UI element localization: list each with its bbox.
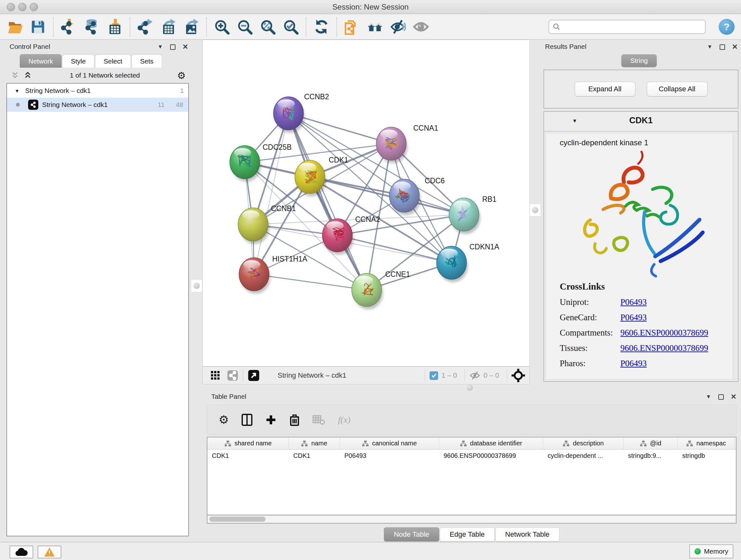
zoom-selected-button[interactable] <box>281 17 300 36</box>
node-CDK1[interactable]: CDK1 <box>295 156 348 196</box>
help-button[interactable]: ? <box>719 19 735 35</box>
network-row[interactable]: String Network – cdk1 11 48 <box>7 98 188 112</box>
results-scrollbar[interactable] <box>733 134 737 379</box>
clone-network-button[interactable] <box>343 17 361 36</box>
table-options-gear-icon[interactable]: ⚙ <box>219 413 229 427</box>
right-splitter-handle[interactable] <box>529 204 541 216</box>
float-panel-icon[interactable] <box>170 44 176 50</box>
expand-all-tree-icon[interactable] <box>10 71 20 80</box>
open-session-button[interactable] <box>6 17 24 36</box>
export-table-button[interactable] <box>159 17 178 36</box>
table-cell[interactable]: stringdb:9... <box>623 449 678 462</box>
network-collection-row[interactable]: ▼ String Network – cdk1 1 <box>7 84 188 98</box>
crosslink-link[interactable]: 9606.ENSP00000378699 <box>620 343 708 353</box>
edge-CCNB2-CCNE1[interactable] <box>288 113 367 290</box>
import-network-from-file-button[interactable] <box>59 17 78 36</box>
expand-all-button[interactable]: Expand All <box>575 82 635 97</box>
search-box[interactable] <box>549 20 705 34</box>
collapse-results-icon[interactable]: ▼ <box>707 44 713 50</box>
hide-selected-button[interactable] <box>389 17 407 36</box>
table-cell[interactable]: CDK1 <box>289 449 340 462</box>
float-results-icon[interactable] <box>720 44 725 50</box>
node-CDKN1A[interactable]: CDKN1A <box>436 243 499 282</box>
table-hscrollbar[interactable] <box>207 515 737 523</box>
search-input[interactable] <box>561 23 705 31</box>
add-column-icon[interactable] <box>265 414 277 426</box>
column-header-shared-name[interactable]: shared name <box>207 437 289 449</box>
edge-CCNB2-HIST1H1A[interactable] <box>254 113 288 274</box>
crosslink-link[interactable]: P06493 <box>620 313 647 322</box>
memory-button[interactable]: Memory <box>689 544 733 558</box>
refresh-button[interactable] <box>312 17 331 36</box>
collapse-all-button[interactable]: Collapse All <box>647 82 708 97</box>
open-navigator-icon[interactable] <box>248 369 260 381</box>
table-cell[interactable]: P06493 <box>340 449 439 462</box>
node-RB1[interactable]: RB1 <box>449 195 496 234</box>
table-hscrollbar-thumb[interactable] <box>209 516 266 522</box>
collapse-table-icon[interactable]: ▼ <box>706 394 711 400</box>
crosslink-link[interactable]: P06493 <box>620 297 647 307</box>
column-header-database-identifier[interactable]: database identifier <box>439 437 543 449</box>
export-image-button[interactable] <box>182 17 200 36</box>
node-CCNE1[interactable]: CCNE1 <box>352 270 410 309</box>
node-CDC25B[interactable]: CDC25B <box>230 143 292 182</box>
edge-CCNA2-CDKN1A[interactable] <box>337 235 452 263</box>
save-session-button[interactable] <box>29 17 47 36</box>
zoom-fit-button[interactable] <box>259 17 277 36</box>
column-header-name[interactable]: name <box>289 437 340 449</box>
close-results-icon[interactable]: ✕ <box>732 43 738 51</box>
network-options-gear-icon[interactable]: ⚙ <box>177 70 186 81</box>
apply-preferred-layout-button[interactable] <box>366 17 384 36</box>
column-header-description[interactable]: description <box>543 437 623 449</box>
grid-view-icon[interactable] <box>210 370 220 381</box>
column-header-@id[interactable]: @id <box>623 437 678 449</box>
tab-node-table[interactable]: Node Table <box>384 527 439 542</box>
import-network-from-database-button[interactable] <box>82 17 101 36</box>
close-table-icon[interactable]: ✕ <box>731 393 737 401</box>
tab-edge-table[interactable]: Edge Table <box>440 527 495 542</box>
table-cell[interactable]: stringdb <box>678 449 735 462</box>
tab-network-table[interactable]: Network Table <box>495 527 559 542</box>
node-CCNA2[interactable]: CCNA2 <box>322 215 380 255</box>
table-cell[interactable]: 9606.ENSP00000378699 <box>439 449 543 462</box>
crosslink-link[interactable]: 9606.ENSP00000378699 <box>620 328 708 338</box>
warning-status-button[interactable] <box>38 546 61 558</box>
node-CCNA1[interactable]: CCNA1 <box>376 124 438 163</box>
tab-style[interactable]: Style <box>62 54 94 68</box>
delete-column-icon[interactable] <box>289 414 300 426</box>
column-header-namespac[interactable]: namespac <box>678 437 735 449</box>
tab-select[interactable]: Select <box>95 54 131 68</box>
table-cell[interactable]: cyclin-dependent ... <box>543 449 623 462</box>
reposition-target-icon[interactable] <box>512 369 525 382</box>
show-columns-icon[interactable] <box>242 414 253 426</box>
close-panel-icon[interactable]: ✕ <box>183 43 188 51</box>
tab-string[interactable]: String <box>621 54 657 67</box>
table-row[interactable]: CDK1CDK1P064939606.ENSP00000378699cyclin… <box>207 449 736 462</box>
left-splitter-handle[interactable] <box>191 279 202 292</box>
show-all-button[interactable] <box>412 17 430 36</box>
column-header-canonical-name[interactable]: canonical name <box>340 437 439 449</box>
tree-expander-icon[interactable]: ▼ <box>15 88 19 94</box>
node-CCNB1[interactable]: CCNB1 <box>238 204 296 244</box>
node-HIST1H1A[interactable]: HIST1H1A <box>239 255 308 294</box>
collapse-panel-icon[interactable]: ▼ <box>158 44 163 50</box>
node-CCNB2[interactable]: CCNB2 <box>273 92 329 133</box>
zoom-out-button[interactable] <box>235 17 254 36</box>
collapse-all-tree-icon[interactable] <box>23 71 32 80</box>
node-CDC6[interactable]: CDC6 <box>389 177 445 215</box>
bottom-splitter-handle[interactable] <box>467 384 473 391</box>
tab-network[interactable]: Network <box>20 54 62 68</box>
export-network-button[interactable] <box>136 17 154 36</box>
table-cell[interactable]: CDK1 <box>207 449 289 462</box>
import-table-from-file-button[interactable] <box>105 17 124 36</box>
selected-checkbox[interactable] <box>429 371 438 380</box>
share-view-icon[interactable] <box>227 370 239 381</box>
gene-entry-header[interactable]: ▼ CDK1 <box>544 112 738 132</box>
crosslink-link[interactable]: P06493 <box>620 359 647 368</box>
zoom-in-button[interactable] <box>212 17 231 36</box>
float-table-icon[interactable] <box>718 394 724 400</box>
tab-sets[interactable]: Sets <box>131 54 162 68</box>
cloud-status-button[interactable] <box>10 546 33 558</box>
network-canvas[interactable]: CCNB2 CCNA1 CDC25B CDK1 CDC6 RB1 CCNB1 C… <box>202 40 530 367</box>
edge-HIST1H1A-CCNE1[interactable] <box>254 274 367 290</box>
